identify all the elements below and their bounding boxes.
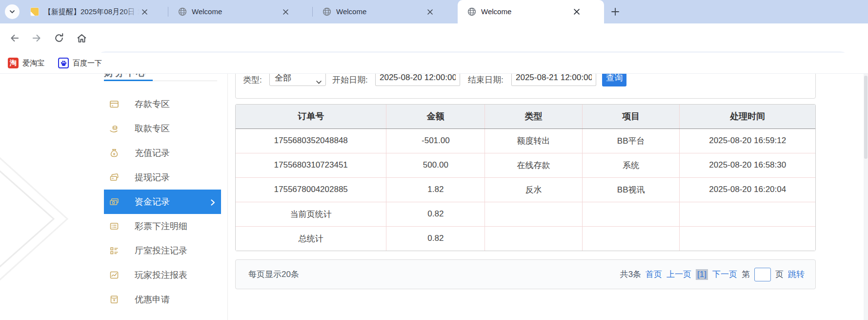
sidebar-item-withdrawal-records[interactable]: 提现记录 (97, 165, 228, 190)
sidebar-finance-menu: 财务中心 存款专区 (97, 74, 228, 320)
close-icon[interactable] (140, 7, 149, 17)
sidebar-item-label: 优惠申请 (135, 294, 170, 305)
records-table: 订单号 金额 类型 项目 处理时间 1755680352048848 -501.… (235, 104, 816, 251)
reload-button[interactable] (53, 32, 65, 44)
page-jump-input[interactable] (754, 268, 771, 281)
tab-welcome-1[interactable]: Welcome (170, 0, 311, 23)
table-row: 1755680352048848 -501.00 额度转出 BB平台 2025-… (236, 128, 815, 153)
close-icon[interactable] (425, 7, 435, 17)
sidebar-item-player-bet-report[interactable]: 玩家投注报表 (97, 263, 228, 287)
page-scrollbar[interactable] (864, 74, 868, 320)
list-grid-icon (109, 246, 119, 256)
cell-order-no: 1755680310723451 (236, 153, 386, 177)
jump-button[interactable]: 跳转 (788, 269, 805, 280)
sidebar-item-label: 资金记录 (135, 196, 170, 208)
page-size-text: 每页显示20条 (248, 269, 299, 280)
col-header-amount: 金额 (386, 105, 485, 128)
next-page-link[interactable]: 下一页 (712, 269, 737, 280)
tab-welcome-2[interactable]: Welcome (315, 0, 455, 23)
forward-button[interactable] (30, 32, 43, 44)
scrollbar-thumb[interactable] (864, 76, 868, 159)
cell-type: 在线存款 (485, 153, 583, 177)
sidebar-item-label: 玩家投注报表 (135, 269, 187, 281)
col-header-type: 类型 (485, 105, 583, 128)
browser-toolbar: js13.cc/hhcp/usercenter.html?iniType=6 (0, 23, 868, 53)
home-button[interactable] (75, 32, 88, 44)
sidebar-item-label: 取款专区 (135, 123, 170, 134)
sidebar-title-underline (104, 80, 153, 81)
background-watermark-triangle (0, 74, 88, 320)
table-row: 1755678004202885 1.82 反水 BB视讯 2025-08-20… (236, 177, 815, 202)
plus-icon (611, 7, 620, 16)
sidebar-item-promo-application[interactable]: ¥ 优惠申请 (97, 287, 228, 312)
cell-project: 系统 (582, 153, 680, 177)
cell-order-no: 1755680352048848 (236, 128, 386, 153)
chevron-down-icon (8, 8, 16, 16)
forward-arrow-icon (31, 33, 42, 43)
banknotes-icon (109, 197, 119, 207)
cell-order-no: 1755678004202885 (236, 177, 386, 202)
moneybag-icon: ¥ (109, 148, 119, 158)
query-button[interactable]: 查询 (602, 74, 626, 86)
jump-prefix-label: 第 (742, 269, 750, 280)
sidebar-item-label: 提现记录 (135, 171, 170, 183)
back-arrow-icon (9, 33, 20, 43)
tab-notification[interactable]: 【新提醒】2025年08月20日 1 (23, 0, 166, 23)
cell-amount: 0.82 (386, 202, 485, 226)
svg-text:¥: ¥ (113, 298, 116, 302)
start-date-label: 开始日期: (332, 74, 368, 85)
sidebar-item-lottery-bet-details[interactable]: 彩票下注明细 (97, 214, 228, 238)
globe-icon (178, 7, 187, 16)
table-row-page-subtotal: 当前页统计 0.82 (236, 202, 815, 226)
sidebar-item-room-bet-records[interactable]: 厅室投注记录 (97, 238, 228, 263)
taobao-icon: 淘 (8, 58, 19, 68)
first-page-link[interactable]: 首页 (646, 269, 662, 280)
sidebar-item-recharge-records[interactable]: ¥ 充值记录 (97, 141, 228, 165)
sidebar-item-deposit-zone[interactable]: 存款专区 (97, 92, 228, 116)
cards-icon (109, 172, 119, 182)
new-tab-button[interactable] (610, 6, 621, 17)
prev-page-link[interactable]: 上一页 (666, 269, 691, 280)
cell-label: 总统计 (236, 226, 386, 251)
type-select[interactable]: 全部 (269, 74, 326, 86)
cell-empty (485, 226, 583, 251)
end-date-label: 结束日期: (468, 74, 504, 85)
sidebar-item-fund-records[interactable]: 资金记录 (104, 190, 221, 214)
cell-time: 2025-08-20 16:20:04 (680, 177, 815, 202)
cell-amount: 1.82 (386, 177, 485, 202)
tab-title: Welcome (336, 7, 366, 16)
cell-type: 额度转出 (485, 128, 583, 153)
deposit-card-icon (109, 99, 119, 109)
type-filter-label: 类型: (243, 74, 262, 85)
cell-amount: 500.00 (386, 153, 485, 177)
cell-amount: 0.82 (386, 226, 485, 251)
back-button[interactable] (8, 32, 21, 44)
bookmark-taobao[interactable]: 淘 爱淘宝 (8, 58, 44, 68)
close-icon[interactable] (572, 7, 582, 17)
sidebar-item-label: 存款专区 (135, 98, 170, 110)
tab-title: 【新提醒】2025年08月20日 1 (44, 7, 140, 16)
table-row: 1755680310723451 500.00 在线存款 系统 2025-08-… (236, 153, 815, 177)
jump-suffix-label: 页 (775, 269, 784, 280)
sidebar-title-underline-track (153, 81, 217, 81)
red-packet-icon: ¥ (109, 295, 119, 304)
close-icon[interactable] (281, 7, 290, 17)
cell-empty (582, 202, 680, 226)
list-icon (109, 221, 119, 231)
tab-title: Welcome (481, 7, 511, 16)
sidebar-title: 财务中心 (104, 74, 182, 78)
bookmark-baidu[interactable]: 百度一下 (58, 58, 102, 68)
page-content: 财务中心 存款专区 (0, 74, 868, 320)
tab-separator (168, 7, 168, 17)
type-select-value: 全部 (275, 74, 291, 84)
pagination-bar: 每页显示20条 共3条 首页 上一页 [1] 下一页 第 页 跳转 (235, 259, 816, 289)
filter-bar: 类型: 全部 开始日期: 结束日期: 查询 (235, 74, 816, 99)
cell-project: BB视讯 (582, 177, 680, 202)
end-date-input[interactable] (511, 74, 596, 86)
start-date-input[interactable] (375, 74, 460, 86)
sidebar-item-withdraw-zone[interactable]: 取款专区 (97, 116, 228, 141)
chevron-down-icon (316, 77, 322, 86)
cell-time: 2025-08-20 16:58:30 (680, 153, 815, 177)
tab-search-chevron-button[interactable] (5, 4, 20, 19)
tab-welcome-active[interactable]: Welcome (458, 0, 604, 23)
